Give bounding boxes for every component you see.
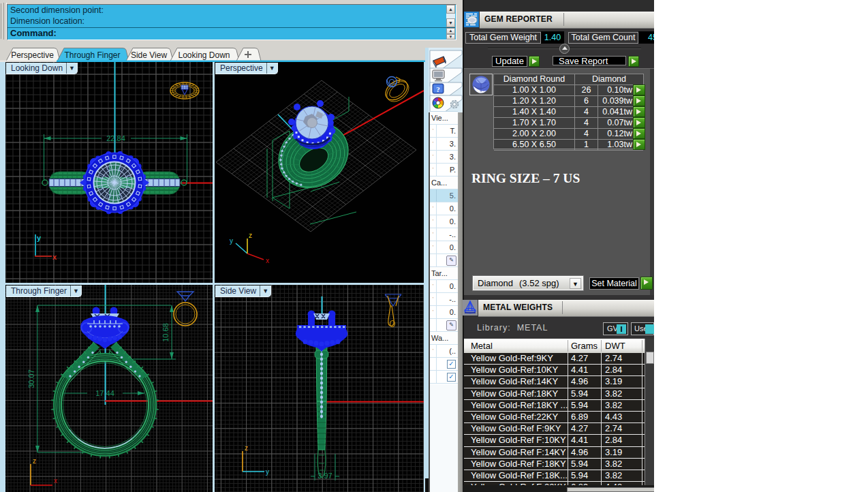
svg-text:y: y (37, 234, 42, 242)
svg-text:3.97: 3.97 (317, 472, 332, 480)
svg-text:z: z (245, 444, 248, 452)
svg-text:y: y (266, 468, 269, 476)
svg-text:y: y (230, 237, 233, 245)
svg-text:22.84: 22.84 (106, 134, 125, 142)
svg-text:Perspective: Perspective (11, 50, 54, 60)
svg-text:30.07: 30.07 (27, 369, 35, 388)
svg-text:Looking Down: Looking Down (178, 50, 230, 60)
svg-text:z: z (33, 457, 36, 465)
svg-text:x: x (266, 257, 269, 264)
svg-text:x: x (54, 477, 57, 485)
svg-text:17.44: 17.44 (95, 389, 114, 397)
svg-text:Side View: Side View (131, 50, 167, 60)
svg-text:Through Finger: Through Finger (64, 50, 120, 60)
svg-text:10.68: 10.68 (161, 323, 170, 342)
svg-text:x: x (52, 253, 57, 261)
svg-text:?: ? (436, 85, 440, 93)
svg-text:z: z (249, 232, 252, 239)
